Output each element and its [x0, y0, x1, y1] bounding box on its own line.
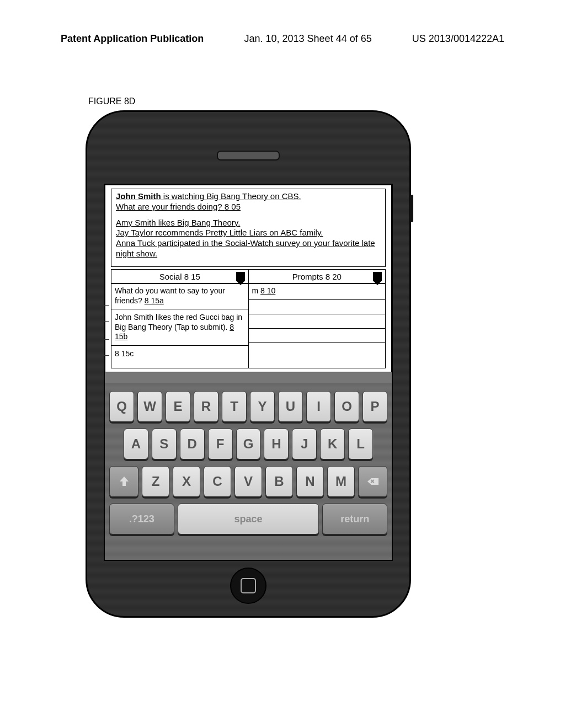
side-button[interactable]	[410, 195, 413, 222]
key-t[interactable]: T	[222, 391, 247, 422]
key-w[interactable]: W	[137, 391, 162, 422]
app-panel: John Smith is watching Big Bang Theory o…	[105, 185, 392, 372]
key-r[interactable]: R	[194, 391, 218, 422]
key-g[interactable]: G	[236, 429, 261, 459]
keyboard-row-3: Z X C V B N M	[109, 466, 387, 497]
columns-row: What do you want to say to your friends?…	[111, 283, 386, 368]
feed-user-2[interactable]: Amy Smith	[116, 218, 156, 227]
feed-line-2: What are your friends doing? 8 05	[116, 202, 381, 212]
header-right: US 2013/0014222A1	[412, 33, 504, 45]
key-d[interactable]: D	[180, 429, 205, 459]
backspace-key[interactable]	[358, 466, 387, 497]
header-left: Patent Application Publication	[61, 33, 204, 45]
feed-line-5: Anna Tuck participated in the Social-Wat…	[116, 238, 381, 259]
keyboard-row-4: .?123 space return	[109, 504, 387, 534]
key-z[interactable]: Z	[142, 466, 169, 497]
key-x[interactable]: X	[173, 466, 200, 497]
key-c[interactable]: C	[204, 466, 231, 497]
ref-815c: 8 15c	[115, 349, 134, 358]
feed-user-4[interactable]: Anna Tuck	[116, 238, 155, 248]
backspace-icon	[366, 475, 380, 488]
feed-line-3: Amy Smith likes Big Bang Theory.	[116, 218, 381, 228]
chevron-down-icon	[236, 272, 245, 281]
shift-icon	[118, 475, 131, 488]
prompts-column: m 8 10	[249, 283, 386, 368]
feed-line-1: John Smith is watching Big Bang Theory o…	[116, 191, 381, 202]
dropdown-row: Social 8 15 Prompts 8 20	[111, 269, 386, 283]
space-key[interactable]: space	[178, 504, 319, 534]
key-v[interactable]: V	[234, 466, 262, 497]
key-m[interactable]: M	[327, 466, 355, 497]
key-l[interactable]: L	[348, 429, 373, 459]
key-u[interactable]: U	[278, 391, 303, 422]
feed-user-3[interactable]: Jay Taylor	[116, 228, 153, 237]
social-entry[interactable]: John Smith likes the red Gucci bag in Bi…	[111, 311, 248, 344]
key-i[interactable]: I	[306, 391, 331, 422]
shift-key[interactable]	[109, 466, 138, 497]
key-p[interactable]: P	[363, 391, 387, 422]
figure-label: FIGURE 8D	[88, 97, 135, 106]
key-o[interactable]: O	[334, 391, 359, 422]
key-k[interactable]: K	[320, 429, 345, 459]
earpiece-speaker	[217, 151, 280, 160]
key-j[interactable]: J	[292, 429, 317, 459]
ref-815a: 8 15a	[145, 296, 164, 305]
numbers-key[interactable]: .?123	[109, 504, 174, 534]
feed-user-1[interactable]: John Smith	[116, 191, 161, 201]
key-b[interactable]: B	[265, 466, 293, 497]
on-screen-keyboard: Q W E R T Y U I O P A S D F G H J K L	[105, 383, 392, 560]
keyboard-row-1: Q W E R T Y U I O P	[109, 391, 387, 422]
callout-leaders	[104, 305, 109, 373]
social-input-wrap: 8 15c	[111, 347, 248, 373]
phone-device: John Smith is watching Big Bang Theory o…	[86, 110, 411, 618]
social-dropdown[interactable]: Social 8 15	[111, 269, 249, 283]
phone-screen: John Smith is watching Big Bang Theory o…	[104, 184, 393, 561]
ref-810: 8 10	[260, 286, 275, 295]
ref-805: 8 05	[225, 202, 241, 211]
key-h[interactable]: H	[264, 429, 289, 459]
home-button[interactable]	[230, 568, 266, 604]
chevron-down-icon	[373, 272, 382, 281]
social-column: What do you want to say to your friends?…	[111, 283, 249, 368]
key-n[interactable]: N	[296, 466, 324, 497]
activity-feed: John Smith is watching Big Bang Theory o…	[111, 189, 386, 267]
home-icon	[241, 578, 256, 593]
key-e[interactable]: E	[166, 391, 190, 422]
prompt-input-4[interactable]	[249, 342, 386, 354]
return-key[interactable]: return	[322, 504, 387, 534]
social-question: What do you want to say to your friends?…	[111, 284, 248, 308]
prompt-input-2[interactable]	[249, 314, 386, 325]
header-center: Jan. 10, 2013 Sheet 44 of 65	[244, 33, 372, 45]
key-f[interactable]: F	[208, 429, 233, 459]
page-header: Patent Application Publication Jan. 10, …	[0, 33, 565, 45]
key-y[interactable]: Y	[250, 391, 275, 422]
key-q[interactable]: Q	[109, 391, 134, 422]
prompt-input-3[interactable]	[249, 328, 386, 339]
key-a[interactable]: A	[124, 429, 148, 459]
prompt-top-label: m 8 10	[249, 284, 386, 296]
feed-line-4: Jay Taylor recommends Pretty Little Liar…	[116, 228, 381, 238]
prompts-dropdown[interactable]: Prompts 8 20	[249, 269, 386, 283]
key-s[interactable]: S	[152, 429, 177, 459]
prompt-input-1[interactable]	[249, 299, 386, 311]
keyboard-row-2: A S D F G H J K L	[109, 429, 387, 459]
